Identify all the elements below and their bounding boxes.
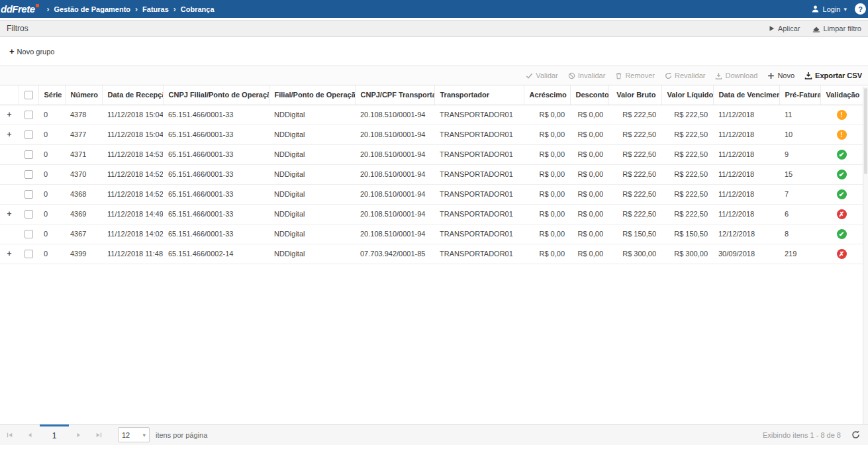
table-row[interactable]: + 0 4399 11/12/2018 11:48 65.151.466/000… xyxy=(0,244,863,264)
login-button[interactable]: Login ▾ xyxy=(811,5,847,13)
row-checkbox[interactable] xyxy=(24,210,33,219)
help-button[interactable]: ? xyxy=(855,3,866,15)
new-group-label: Novo grupo xyxy=(17,48,55,56)
cell-transportador: TRANSPORTADOR01 xyxy=(434,224,524,244)
cell-select xyxy=(19,244,38,264)
cell-cnpj-filial: 65.151.466/0001-33 xyxy=(163,184,269,204)
expand-icon[interactable]: + xyxy=(7,249,11,258)
cell-valor-liquido: R$ 222,50 xyxy=(661,164,713,184)
table-row[interactable]: + 0 4367 11/12/2018 14:02 65.151.466/000… xyxy=(0,224,863,244)
cell-transportador: TRANSPORTADOR01 xyxy=(434,144,524,164)
table-row[interactable]: + 0 4370 11/12/2018 14:52 65.151.466/000… xyxy=(0,164,863,184)
cell-cnpj-filial: 65.151.466/0002-14 xyxy=(163,244,269,264)
breadcrumb-item-faturas[interactable]: Faturas xyxy=(142,5,169,13)
previous-page-button[interactable] xyxy=(20,424,40,445)
row-checkbox[interactable] xyxy=(24,190,33,199)
cell-validacao: ✗ xyxy=(820,204,863,224)
cell-expand: + xyxy=(0,244,19,264)
row-checkbox[interactable] xyxy=(24,150,33,159)
cell-data-recepcao: 11/12/2018 15:04 xyxy=(102,105,163,125)
page-number-button[interactable]: 1 xyxy=(40,424,69,445)
column-header-filial[interactable]: Filial/Ponto de Operação xyxy=(269,85,355,105)
download-button[interactable]: Download xyxy=(715,72,757,79)
column-header-numero[interactable]: Número xyxy=(65,85,102,105)
revalidate-button[interactable]: Revalidar xyxy=(665,72,705,79)
page-size-select[interactable]: 12 ▾ xyxy=(118,427,150,442)
next-page-button[interactable] xyxy=(69,424,89,445)
items-per-page-label: itens por página xyxy=(156,431,207,439)
cell-acrescimo: R$ 0,00 xyxy=(524,144,570,164)
column-header-serie[interactable]: Série xyxy=(38,85,65,105)
play-icon xyxy=(769,25,775,32)
column-label: Filial/Ponto de Operação xyxy=(275,91,356,99)
breadcrumb-separator-icon: › xyxy=(173,5,176,14)
row-checkbox[interactable] xyxy=(24,170,33,179)
table-row[interactable]: + 0 4371 11/12/2018 14:53 65.151.466/000… xyxy=(0,144,863,164)
table-row[interactable]: + 0 4369 11/12/2018 14:49 65.151.466/000… xyxy=(0,204,863,224)
export-csv-button[interactable]: Exportar CSV xyxy=(804,72,862,79)
last-page-button[interactable] xyxy=(89,424,109,445)
table-row[interactable]: + 0 4378 11/12/2018 15:04 65.151.466/000… xyxy=(0,105,863,125)
breadcrumb-item-cobranca[interactable]: Cobrança xyxy=(181,5,215,13)
cell-data-vencimento: 12/12/2018 xyxy=(713,224,779,244)
cell-desconto: R$ 0,00 xyxy=(570,184,608,204)
cell-pre-fatura: 10 xyxy=(779,125,820,144)
breadcrumb: › Gestão de Pagamento › Faturas › Cobran… xyxy=(47,5,215,14)
column-header-data-recepcao[interactable]: Data de Recepção↓ xyxy=(102,85,163,105)
column-header-cnpj-transportador[interactable]: CNPJ/CPF Transportador xyxy=(355,85,434,105)
cell-validacao: ! xyxy=(820,105,863,125)
expand-icon[interactable]: + xyxy=(7,209,11,219)
row-checkbox[interactable] xyxy=(24,130,33,139)
row-checkbox[interactable] xyxy=(24,111,33,119)
column-label: Série xyxy=(44,91,62,99)
breadcrumb-item-gestao-de-pagamento[interactable]: Gestão de Pagamento xyxy=(54,5,131,13)
select-all-checkbox[interactable] xyxy=(24,91,33,99)
validation-error-icon: ✗ xyxy=(837,209,847,219)
new-group-button[interactable]: + Novo grupo xyxy=(9,46,54,56)
row-checkbox[interactable] xyxy=(24,230,33,238)
cell-data-vencimento: 11/12/2018 xyxy=(713,144,779,164)
column-header-valor-bruto[interactable]: Valor Bruto xyxy=(608,85,661,105)
cell-validacao: ✔ xyxy=(820,164,863,184)
scrollbar-thumb[interactable] xyxy=(864,88,867,174)
first-page-button[interactable] xyxy=(0,424,20,445)
column-header-data-vencimento[interactable]: Data de Vencimento xyxy=(713,85,779,105)
clear-filter-button[interactable]: Limpar filtro xyxy=(812,25,861,32)
cell-valor-bruto: R$ 222,50 xyxy=(608,204,661,224)
validate-button[interactable]: Validar xyxy=(526,72,557,79)
cell-valor-liquido: R$ 222,50 xyxy=(661,105,713,125)
column-header-valor-liquido[interactable]: Valor Líquido xyxy=(661,85,713,105)
remove-button[interactable]: Remover xyxy=(615,72,655,79)
user-icon xyxy=(811,5,820,13)
cell-acrescimo: R$ 0,00 xyxy=(524,244,570,264)
cell-select xyxy=(19,144,38,164)
cell-select xyxy=(19,164,38,184)
cell-cnpj-transportador: 20.108.510/0001-94 xyxy=(355,125,434,144)
column-header-cnpj-filial[interactable]: CNPJ Filial/Ponto de Operação xyxy=(163,85,269,105)
cell-transportador: TRANSPORTADOR01 xyxy=(434,184,524,204)
cell-select xyxy=(19,125,38,144)
expand-icon[interactable]: + xyxy=(7,110,11,119)
cell-validacao: ! xyxy=(820,125,863,144)
cell-filial: NDDigital xyxy=(269,164,355,184)
column-header-transportador[interactable]: Transportador xyxy=(434,85,524,105)
refresh-button[interactable] xyxy=(851,430,860,439)
vertical-scrollbar[interactable] xyxy=(863,87,868,424)
apply-filter-button[interactable]: Aplicar xyxy=(769,25,800,32)
revalidate-label: Revalidar xyxy=(675,72,705,79)
new-button[interactable]: Novo xyxy=(767,72,795,79)
column-header-pre-fatura[interactable]: Pré-Fatura xyxy=(779,85,820,105)
expand-icon[interactable]: + xyxy=(7,130,11,139)
cell-desconto: R$ 0,00 xyxy=(570,224,608,244)
row-checkbox[interactable] xyxy=(24,250,33,258)
page-size-value: 12 xyxy=(122,431,130,439)
cell-acrescimo: R$ 0,00 xyxy=(524,204,570,224)
cell-desconto: R$ 0,00 xyxy=(570,164,608,184)
table-row[interactable]: + 0 4368 11/12/2018 14:52 65.151.466/000… xyxy=(0,184,863,204)
column-header-acrescimo[interactable]: Acréscimo xyxy=(524,85,570,105)
invalidate-button[interactable]: Invalidar xyxy=(568,72,606,79)
column-header-desconto[interactable]: Desconto xyxy=(570,85,608,105)
table-row[interactable]: + 0 4377 11/12/2018 15:04 65.151.466/000… xyxy=(0,125,863,144)
invalidate-label: Invalidar xyxy=(578,72,606,79)
column-header-validacao[interactable]: Validação xyxy=(820,85,863,105)
